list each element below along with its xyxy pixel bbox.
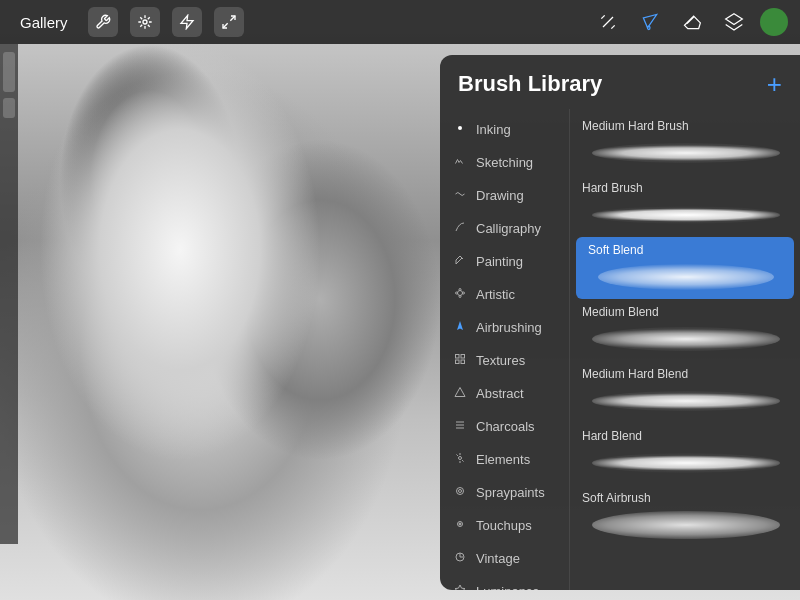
svg-point-13 <box>459 296 461 298</box>
eraser-tool-icon[interactable] <box>676 6 708 38</box>
category-item-elements[interactable]: Elements <box>440 443 569 476</box>
airbrushing-label: Airbrushing <box>476 320 542 335</box>
artistic-icon <box>452 287 468 302</box>
toolbar-left: Gallery <box>12 7 244 37</box>
inking-icon <box>452 122 468 137</box>
wrench-icon[interactable] <box>88 7 118 37</box>
category-item-inking[interactable]: Inking <box>440 113 569 146</box>
svg-point-12 <box>459 289 461 291</box>
brush-item-hard-blend[interactable]: Hard Blend <box>570 423 800 485</box>
brush-item-medium-blend[interactable]: Medium Blend <box>570 299 800 361</box>
brush-preview-medium-hard-blend <box>582 385 790 417</box>
gallery-button[interactable]: Gallery <box>12 10 76 35</box>
brush-stroke-medium-hard-brush <box>592 143 779 163</box>
svg-rect-19 <box>456 360 460 364</box>
elements-icon <box>452 452 468 467</box>
svg-line-3 <box>223 23 228 28</box>
svg-point-14 <box>456 292 458 294</box>
drawing-label: Drawing <box>476 188 524 203</box>
category-item-sketching[interactable]: Sketching <box>440 146 569 179</box>
brush-item-medium-hard-blend[interactable]: Medium Hard Blend <box>570 361 800 423</box>
layers-icon[interactable] <box>718 6 750 38</box>
categories-list: InkingSketchingDrawingCalligraphyPaintin… <box>440 109 570 590</box>
textures-icon <box>452 353 468 368</box>
svg-line-5 <box>601 15 604 18</box>
category-item-artistic[interactable]: Artistic <box>440 278 569 311</box>
brush-item-soft-airbrush[interactable]: Soft Airbrush <box>570 485 800 547</box>
brush-preview-soft-blend <box>588 261 784 293</box>
vintage-icon <box>452 551 468 566</box>
panel-title: Brush Library <box>458 71 602 97</box>
luminance-icon <box>452 584 468 590</box>
brush-item-hard-brush[interactable]: Hard Brush <box>570 175 800 237</box>
svg-point-0 <box>143 20 147 24</box>
brush-stroke-medium-blend <box>592 327 779 351</box>
category-item-abstract[interactable]: Abstract <box>440 377 569 410</box>
brush-name-medium-blend: Medium Blend <box>582 305 790 319</box>
brush-stroke-hard-blend <box>592 453 779 473</box>
svg-marker-1 <box>181 15 193 28</box>
category-item-vintage[interactable]: Vintage <box>440 542 569 575</box>
svg-rect-20 <box>461 360 465 364</box>
category-item-touchups[interactable]: Touchups <box>440 509 569 542</box>
category-item-textures[interactable]: Textures <box>440 344 569 377</box>
painting-icon <box>452 254 468 269</box>
adjust-icon[interactable] <box>130 7 160 37</box>
brush-preview-medium-blend <box>582 323 790 355</box>
textures-label: Textures <box>476 353 525 368</box>
brush-name-soft-airbrush: Soft Airbrush <box>582 491 790 505</box>
svg-marker-8 <box>726 14 743 25</box>
pen-tool-icon[interactable] <box>592 6 624 38</box>
panel-body: InkingSketchingDrawingCalligraphyPaintin… <box>440 109 800 590</box>
svg-rect-17 <box>456 355 460 359</box>
svg-marker-16 <box>457 321 463 330</box>
svg-marker-21 <box>455 388 465 397</box>
share-icon[interactable] <box>214 7 244 37</box>
category-item-charcoals[interactable]: Charcoals <box>440 410 569 443</box>
svg-line-4 <box>603 17 613 27</box>
svg-marker-33 <box>455 585 465 590</box>
brush-stroke-soft-blend <box>598 264 774 290</box>
svg-line-6 <box>611 25 614 28</box>
category-item-luminance[interactable]: Luminance <box>440 575 569 590</box>
brush-name-hard-blend: Hard Blend <box>582 429 790 443</box>
artistic-label: Artistic <box>476 287 515 302</box>
svg-point-15 <box>463 292 465 294</box>
brush-item-medium-hard-brush[interactable]: Medium Hard Brush <box>570 113 800 175</box>
brush-library-panel: Brush Library + InkingSketchingDrawingCa… <box>440 55 800 590</box>
svg-point-25 <box>459 457 462 460</box>
brush-preview-medium-hard-brush <box>582 137 790 169</box>
brush-preview-hard-brush <box>582 199 790 231</box>
add-brush-button[interactable]: + <box>767 71 782 97</box>
brush-preview-soft-airbrush <box>582 509 790 541</box>
brush-stroke-medium-hard-blend <box>592 391 779 411</box>
brush-item-soft-blend[interactable]: Soft Blend <box>576 237 794 299</box>
abstract-label: Abstract <box>476 386 524 401</box>
lightning-icon[interactable] <box>172 7 202 37</box>
svg-point-26 <box>459 490 462 493</box>
drawing-icon <box>452 188 468 203</box>
brush-tool-icon[interactable] <box>634 6 666 38</box>
vintage-label: Vintage <box>476 551 520 566</box>
category-item-spraypaints[interactable]: Spraypaints <box>440 476 569 509</box>
svg-point-29 <box>459 523 461 525</box>
category-item-airbrushing[interactable]: Airbrushing <box>440 311 569 344</box>
opacity-slider[interactable] <box>3 52 15 92</box>
airbrushing-icon <box>452 320 468 335</box>
luminance-label: Luminance <box>476 584 540 590</box>
brush-stroke-soft-airbrush <box>592 511 779 539</box>
touchups-label: Touchups <box>476 518 532 533</box>
svg-point-27 <box>457 488 464 495</box>
top-toolbar: Gallery <box>0 0 800 44</box>
size-slider[interactable] <box>3 98 15 118</box>
panel-header: Brush Library + <box>440 55 800 109</box>
spraypaints-label: Spraypaints <box>476 485 545 500</box>
sketching-label: Sketching <box>476 155 533 170</box>
svg-point-9 <box>458 126 462 130</box>
inking-label: Inking <box>476 122 511 137</box>
svg-point-11 <box>458 291 463 296</box>
category-item-painting[interactable]: Painting <box>440 245 569 278</box>
user-avatar[interactable] <box>760 8 788 36</box>
category-item-calligraphy[interactable]: Calligraphy <box>440 212 569 245</box>
category-item-drawing[interactable]: Drawing <box>440 179 569 212</box>
